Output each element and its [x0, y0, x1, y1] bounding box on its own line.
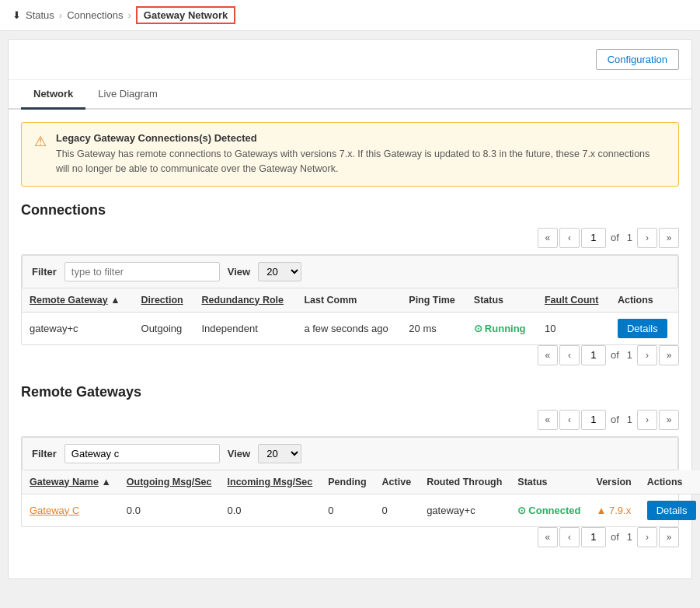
rg-last-page-btn[interactable]: » — [659, 410, 679, 430]
connections-filter-bar: Filter View 20 50 100 — [22, 255, 678, 288]
conn-fault-count: 10 — [537, 312, 610, 344]
rg-version: ▲ 7.9.x — [589, 494, 639, 526]
rg-prev-page-btn[interactable]: ‹ — [559, 410, 580, 430]
connections-table-header: Remote Gateway ▲ Direction Redundancy Ro… — [22, 288, 678, 313]
breadcrumb-icon: ⬇ — [12, 9, 21, 21]
connections-prev-page-btn[interactable]: ‹ — [559, 228, 580, 248]
col-incoming-msg-sec: Incoming Msg/Sec — [220, 470, 321, 494]
table-row: Gateway C 0.0 0.0 0 0 gateway+c ⊙Connect… — [22, 494, 700, 526]
rg-bottom-prev-btn[interactable]: ‹ — [559, 527, 580, 547]
col-fault-count: Fault Count — [537, 288, 610, 313]
rg-next-page-btn[interactable]: › — [637, 410, 657, 430]
connections-bottom-page-input[interactable] — [581, 345, 606, 365]
col-active: Active — [374, 470, 420, 494]
rg-page-total: 1 — [627, 414, 632, 425]
connections-view-select[interactable]: 20 50 100 — [258, 262, 301, 281]
col-pending: Pending — [320, 470, 374, 494]
sort-incoming[interactable]: Incoming Msg/Sec — [228, 477, 313, 487]
alert-text: This Gateway has remote connections to G… — [56, 147, 666, 176]
rg-bottom-next-btn[interactable]: › — [637, 527, 657, 547]
connections-page-input[interactable] — [581, 228, 606, 248]
rg-page-of: of — [611, 414, 619, 425]
remote-gateways-filter-bar: Filter View 20 50 100 — [22, 437, 678, 470]
rg-page-input[interactable] — [581, 410, 606, 430]
col-last-comm: Last Comm — [296, 288, 401, 313]
connections-page-total: 1 — [627, 232, 632, 243]
breadcrumb-gateway-network: Gateway Network — [136, 6, 235, 24]
col-outgoing-msg-sec: Outgoing Msg/Sec — [119, 470, 220, 494]
connections-next-page-btn[interactable]: › — [637, 228, 657, 248]
connections-view-label: View — [228, 266, 250, 278]
rg-bottom-last-btn[interactable]: » — [659, 527, 679, 547]
connections-filter-label: Filter — [32, 266, 57, 278]
col-rg-status: Status — [510, 470, 588, 494]
status-icon: ⊙ — [517, 505, 526, 516]
conn-direction: Outgoing — [134, 312, 194, 344]
sort-outgoing[interactable]: Outgoing Msg/Sec — [127, 477, 212, 487]
configuration-button[interactable]: Configuration — [596, 49, 679, 70]
tab-live-diagram[interactable]: Live Diagram — [85, 80, 170, 110]
connections-table: Remote Gateway ▲ Direction Redundancy Ro… — [22, 288, 678, 344]
rg-status: ⊙Connected — [510, 494, 588, 526]
sort-fault-count[interactable]: Fault Count — [545, 295, 598, 306]
connections-page-of: of — [611, 232, 619, 243]
breadcrumb: ⬇ Status › Connections › Gateway Network — [0, 0, 700, 31]
connections-first-page-btn[interactable]: « — [538, 228, 558, 248]
tabs: Network Live Diagram — [9, 80, 691, 110]
sort-gateway-name[interactable]: Gateway Name — [30, 477, 99, 487]
rg-bottom-page-total: 1 — [627, 531, 632, 543]
remote-gateways-table-wrap: Filter View 20 50 100 Gateway Name ▲ Out… — [21, 436, 679, 527]
connections-last-page-btn[interactable]: » — [659, 228, 679, 248]
col-ping-time: Ping Time — [401, 288, 466, 313]
connections-bottom-first-btn[interactable]: « — [538, 345, 558, 365]
remote-gateways-table-header: Gateway Name ▲ Outgoing Msg/Sec Incoming… — [22, 470, 700, 494]
breadcrumb-connections[interactable]: Connections — [67, 9, 123, 21]
connections-bottom-next-btn[interactable]: › — [637, 345, 657, 365]
col-routed-through: Routed Through — [419, 470, 510, 494]
gateway-name-link[interactable]: Gateway C — [30, 505, 79, 516]
col-redundancy-role: Redundancy Role — [193, 288, 296, 313]
rg-gateway-name: Gateway C — [22, 494, 119, 526]
rg-active: 0 — [374, 494, 420, 526]
remote-gateways-bottom-pagination: « ‹ of 1 › » — [21, 527, 679, 547]
rg-details-button[interactable]: Details — [647, 501, 697, 520]
sort-redundancy-role[interactable]: Redundancy Role — [201, 295, 284, 306]
col-actions: Actions — [610, 288, 678, 313]
rg-view-label: View — [228, 448, 250, 459]
connections-bottom-last-btn[interactable]: » — [659, 345, 679, 365]
warning-icon: ⚠ — [34, 133, 47, 176]
col-version: Version — [589, 470, 639, 494]
rg-bottom-page-input[interactable] — [581, 527, 606, 547]
col-direction: Direction — [134, 288, 194, 313]
rg-filter-input[interactable] — [64, 444, 220, 463]
sort-remote-gateway[interactable]: Remote Gateway — [30, 295, 108, 306]
connections-table-wrap: Filter View 20 50 100 Remote Gateway ▲ D… — [21, 254, 679, 345]
remote-gateways-title: Remote Gateways — [21, 384, 679, 400]
connections-bottom-page-of: of — [611, 349, 619, 361]
rg-pending: 0 — [320, 494, 374, 526]
col-status: Status — [466, 288, 537, 313]
rg-bottom-first-btn[interactable]: « — [538, 527, 558, 547]
conn-status: ⊙Running — [466, 312, 537, 344]
rg-outgoing: 0.0 — [119, 494, 220, 526]
connections-top-pagination: « ‹ of 1 › » — [21, 228, 679, 248]
rg-view-select[interactable]: 20 50 100 — [258, 444, 301, 463]
rg-filter-label: Filter — [32, 448, 57, 459]
connections-title: Connections — [21, 202, 679, 218]
top-bar: Configuration — [9, 40, 691, 80]
col-gateway-name: Gateway Name ▲ — [22, 470, 119, 494]
connections-bottom-prev-btn[interactable]: ‹ — [559, 345, 580, 365]
version-warning: ▲ 7.9.x — [597, 505, 632, 516]
breadcrumb-status[interactable]: Status — [26, 9, 54, 21]
rg-first-page-btn[interactable]: « — [538, 410, 558, 430]
rg-bottom-page-of: of — [611, 531, 619, 543]
tab-network[interactable]: Network — [21, 80, 85, 110]
rg-routed-through: gateway+c — [419, 494, 510, 526]
conn-last-comm: a few seconds ago — [296, 312, 401, 344]
sort-direction[interactable]: Direction — [141, 295, 183, 306]
conn-details-button[interactable]: Details — [618, 319, 667, 338]
connections-bottom-pagination: « ‹ of 1 › » — [21, 345, 679, 365]
conn-ping-time: 20 ms — [401, 312, 466, 344]
alert-title: Legacy Gateway Connections(s) Detected — [56, 132, 666, 144]
connections-filter-input[interactable] — [64, 262, 220, 281]
